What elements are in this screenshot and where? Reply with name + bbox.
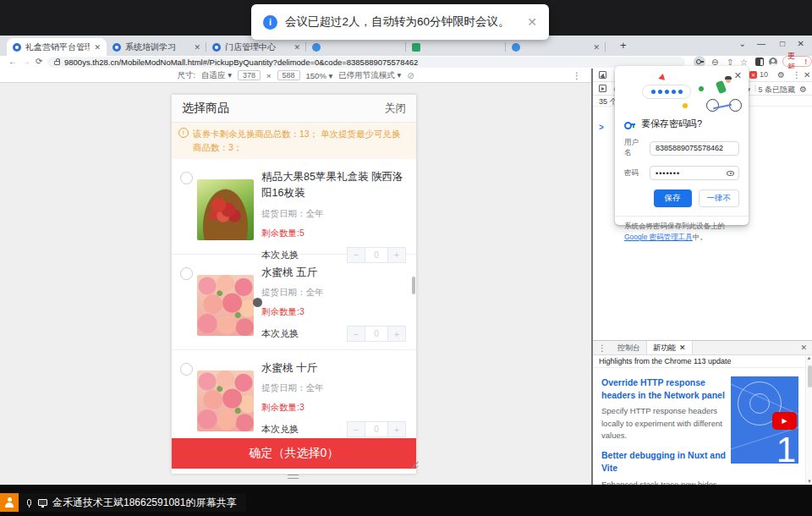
show-password-eye-icon[interactable] <box>727 171 734 176</box>
page-scrollbar-thumb[interactable] <box>412 277 415 294</box>
tab-favicon <box>212 43 221 52</box>
resize-corner-icon[interactable] <box>411 461 419 469</box>
exchange-label: 本次兑换 <box>261 327 299 340</box>
tab-label: 礼盒营销平台管理中心 <box>25 41 90 53</box>
tab-close-icon[interactable]: ✕ <box>679 343 686 352</box>
info-icon: i <box>178 128 189 138</box>
inspect-element-icon[interactable] <box>599 71 606 79</box>
forward-icon[interactable]: → <box>22 57 30 66</box>
remaining-qty: 剩余数量:3 <box>261 306 408 318</box>
password-label: 密码 <box>624 168 645 178</box>
back-icon[interactable]: ← <box>8 57 17 66</box>
radio-button[interactable] <box>180 172 193 184</box>
tab-favicon <box>412 43 420 52</box>
refresh-icon[interactable]: ⟳ <box>36 57 42 66</box>
minus-button[interactable]: − <box>347 326 365 342</box>
exchange-label: 本次兑换 <box>261 423 299 436</box>
save-password-dialog: ✕ 要保存密码吗? 用户名 8385889075578462 密码 ••••••… <box>615 66 749 225</box>
error-count[interactable]: 10 <box>760 70 768 79</box>
tab-training[interactable]: 系统培训学习 ✕ <box>107 38 206 56</box>
radio-button[interactable] <box>180 363 193 376</box>
screen-icon <box>38 499 47 506</box>
info-icon: i <box>263 15 277 30</box>
url-text: 9800ys.th28.cn/MobileModNoMall.html#/Pic… <box>64 58 418 67</box>
drawer-close-icon[interactable]: ✕ <box>800 343 807 352</box>
error-badge-icon[interactable]: ✕ <box>749 71 757 79</box>
tab-favicon <box>312 43 321 52</box>
profile-avatar[interactable] <box>769 58 777 66</box>
product-row-apple: 精品大果85苹果礼盒装 陕西洛阳16枚装 提货日期：全年 剩余数量:5 本次兑换… <box>172 159 416 255</box>
username-field[interactable]: 8385889075578462 <box>650 141 739 156</box>
drawer-tab-bar: ⋮ 控制台 新功能 ✕ ✕ <box>593 341 812 355</box>
update-button[interactable]: 更新 ! <box>782 56 812 67</box>
window-minimize-icon[interactable]: — <box>757 39 765 48</box>
viewport-width-input[interactable]: 378 <box>238 70 261 80</box>
username-label: 用户名 <box>624 138 645 158</box>
product-row-peach10: 水蜜桃 十斤 提货日期：全年 剩余数量:3 本次兑换 − 0 + <box>172 350 416 438</box>
tab-close-icon[interactable]: ✕ <box>194 43 200 52</box>
password-manager-link[interactable]: Google 密码管理工具 <box>624 233 693 241</box>
tab-favicon <box>512 43 520 52</box>
product-list: 精品大果85苹果礼盒装 陕西洛阳16枚装 提货日期：全年 剩余数量:5 本次兑换… <box>172 159 416 438</box>
minus-button[interactable]: − <box>347 421 365 437</box>
page-title: 选择商品 <box>182 101 229 116</box>
quantity-value[interactable]: 0 <box>365 421 387 437</box>
dialog-footer: 系统会将密码保存到此设备上的 Google 密码管理工具中。 <box>615 216 749 243</box>
console-prompt[interactable]: > <box>599 123 604 132</box>
close-link[interactable]: 关闭 <box>385 102 406 116</box>
device-toolbar-menu-icon[interactable]: ⋮ <box>573 71 581 80</box>
save-button[interactable]: 保存 <box>654 189 692 207</box>
password-field[interactable]: ••••••• <box>650 166 739 180</box>
tab-gift-platform[interactable]: 礼盒营销平台管理中心 ✕ <box>7 38 107 56</box>
toast-message: 会议已超过2人，自动转为60分钟限时会议。 <box>285 14 510 30</box>
tab-whats-new[interactable]: 新功能 ✕ <box>646 341 693 354</box>
devtools-settings-icon[interactable]: ⚙ <box>777 70 785 80</box>
devtools-close-icon[interactable]: ✕ <box>804 70 810 80</box>
drawer-scrollbar[interactable]: ▲ ▼ <box>805 355 812 485</box>
remaining-qty: 剩余数量:3 <box>261 402 408 414</box>
rotate-icon[interactable]: ⊘ <box>407 71 414 80</box>
chrome-update-thumbnail[interactable]: ▶ 1 <box>731 376 798 464</box>
throttle-select[interactable]: 已停用节流模式 ▾ <box>338 70 401 81</box>
console-sidebar-icon[interactable] <box>599 85 606 92</box>
devtools-menu-icon[interactable]: ⋮ <box>793 70 801 80</box>
product-image-apples <box>197 179 254 240</box>
tab-hidden[interactable] <box>306 38 406 56</box>
plus-button[interactable]: + <box>387 421 406 437</box>
toast-close-icon[interactable]: ✕ <box>527 15 537 29</box>
whatsnew-body: Override HTTP response headers in the Ne… <box>593 368 812 485</box>
quantity-value[interactable]: 0 <box>365 326 387 342</box>
window-close-icon[interactable]: ✕ <box>798 39 804 48</box>
app-header: 选择商品 关闭 <box>172 95 416 123</box>
radio-button[interactable] <box>180 267 193 280</box>
drag-handle[interactable] <box>288 475 299 479</box>
tab-label: 门店管理中心 <box>225 41 289 53</box>
size-mode-select[interactable]: 自适应 ▾ <box>201 70 232 81</box>
console-settings-icon[interactable]: ⚙ <box>799 85 807 94</box>
tab-console-drawer[interactable]: 控制台 <box>612 341 646 354</box>
lock-icon <box>54 61 60 65</box>
window-menu-icon[interactable]: ⌄ <box>739 39 746 48</box>
tab-hidden2[interactable] <box>406 38 506 56</box>
new-tab-button[interactable]: + <box>620 39 627 52</box>
never-button[interactable]: 一律不 <box>699 189 740 207</box>
tab-close-icon[interactable]: ✕ <box>294 43 300 52</box>
zoom-select[interactable]: 150% ▾ <box>306 71 333 80</box>
window-maximize-icon[interactable]: □ <box>780 39 785 48</box>
drawer-menu-icon[interactable]: ⋮ <box>593 343 612 353</box>
product-image-peaches <box>197 275 254 336</box>
whatsnew-link[interactable]: Better debugging in Nuxt and Vite <box>601 449 738 474</box>
confirm-button[interactable]: 确定（共选择0） <box>172 438 416 469</box>
side-panel-icon[interactable] <box>755 58 764 66</box>
notice-text: 该券卡剩余兑换商品总数：13； 单次提货最少可兑换商品数：3； <box>193 127 408 155</box>
device-emulation-toolbar: 尺寸: 自适应 ▾ 378 × 588 150% ▾ 已停用节流模式 ▾ ⊘ ⋮ <box>0 69 591 83</box>
tab-close-icon[interactable]: ✕ <box>593 43 600 52</box>
tab-store-admin[interactable]: 门店管理中心 ✕ <box>206 38 306 56</box>
address-bar[interactable]: 9800ys.th28.cn/MobileModNoMall.html#/Pic… <box>47 57 685 68</box>
whatsnew-link[interactable]: Override HTTP response headers in the Ne… <box>601 376 738 401</box>
tab-hidden3[interactable]: ✕ <box>506 38 606 56</box>
plus-button[interactable]: + <box>387 326 406 342</box>
tab-close-icon[interactable]: ✕ <box>94 43 101 52</box>
play-button-icon[interactable]: ▶ <box>772 412 797 430</box>
viewport-height-input[interactable]: 588 <box>277 70 300 80</box>
